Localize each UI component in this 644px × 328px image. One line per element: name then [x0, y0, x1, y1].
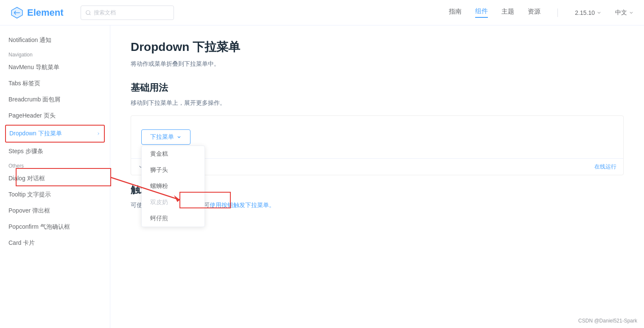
header-nav: 指南 组件 主题 资源 2.15.10 中文 — [449, 7, 634, 18]
dropdown-item-4: 双皮奶 — [142, 194, 204, 210]
nav-item-guide[interactable]: 指南 — [449, 8, 462, 17]
search-box[interactable]: 搜索文档 — [81, 6, 174, 20]
version-chevron-icon — [596, 10, 602, 15]
demo-content: 下拉菜单 黄金糕 狮子头 螺蛳粉 双皮奶 蚵仔煎 — [131, 116, 623, 158]
page-title: Dropdown 下拉菜单 — [131, 39, 624, 55]
layout: Notification 通知 Navigation NavMenu 导航菜单 … — [0, 25, 644, 328]
sidebar-item-card[interactable]: Card 卡片 — [0, 235, 110, 251]
logo-icon — [10, 6, 24, 20]
sidebar-item-popover[interactable]: Popover 弹出框 — [0, 203, 110, 219]
annotation-arrow — [131, 116, 623, 158]
logo[interactable]: Element — [10, 6, 64, 20]
sidebar-item-tooltip[interactable]: Tooltip 文字提示 — [0, 187, 110, 203]
sidebar-item-navmenu[interactable]: NavMenu 导航菜单 — [0, 59, 110, 76]
sidebar-item-pageheader[interactable]: PageHeader 页头 — [0, 108, 110, 124]
sidebar-item-notification[interactable]: Notification 通知 — [0, 32, 110, 48]
nav-item-theme[interactable]: 主题 — [501, 8, 514, 17]
svg-point-0 — [86, 10, 90, 14]
dropdown-item-5[interactable]: 蚵仔煎 — [142, 210, 204, 227]
dropdown-chevron-icon — [176, 135, 182, 140]
demo-footer: 显示代码 在线运行 — [131, 158, 623, 175]
main-content: Dropdown 下拉菜单 将动作或菜单折叠到下拉菜单中。 基础用法 移动到下拉… — [110, 25, 644, 328]
search-placeholder: 搜索文档 — [94, 9, 116, 17]
sidebar: Notification 通知 Navigation NavMenu 导航菜单 … — [0, 25, 110, 328]
dropdown-trigger-button[interactable]: 下拉菜单 — [141, 129, 190, 145]
sidebar-item-dropdown[interactable]: Dropdown 下拉菜单 — [5, 125, 105, 143]
section1-desc: 移动到下拉菜单上，展开更多操作。 — [131, 99, 624, 107]
demo-box-basic: 下拉菜单 黄金糕 狮子头 螺蛳粉 双皮奶 蚵仔煎 — [131, 115, 624, 175]
sidebar-section-navigation: Navigation — [0, 48, 110, 59]
dropdown-item-3[interactable]: 螺蛳粉 — [142, 178, 204, 194]
dropdown-item-1[interactable]: 黄金糕 — [142, 146, 204, 162]
page-desc: 将动作或菜单折叠到下拉菜单中。 — [131, 60, 624, 68]
logo-text: Element — [27, 7, 64, 18]
nav-item-resources[interactable]: 资源 — [528, 8, 540, 17]
sidebar-section-others: Others — [0, 160, 110, 171]
sidebar-item-tabs[interactable]: Tabs 标签页 — [0, 76, 110, 92]
header: Element 搜索文档 指南 组件 主题 资源 2.15.10 中文 — [0, 0, 644, 25]
sidebar-item-breadcrumb[interactable]: Breadcrumb 面包屑 — [0, 92, 110, 108]
dropdown-wrapper: 下拉菜单 黄金糕 狮子头 螺蛳粉 双皮奶 蚵仔煎 — [141, 129, 190, 145]
sidebar-item-dropdown-arrow — [96, 132, 101, 136]
section1-title: 基础用法 — [131, 81, 624, 94]
sidebar-item-steps[interactable]: Steps 步骤条 — [0, 143, 110, 160]
dropdown-menu: 黄金糕 狮子头 螺蛳粉 双皮奶 蚵仔煎 — [141, 146, 205, 227]
sidebar-item-dialog[interactable]: Dialog 对话框 — [0, 171, 110, 187]
csdn-watermark: CSDN @Daniel521-Spark — [578, 318, 637, 324]
dropdown-item-2[interactable]: 狮子头 — [142, 162, 204, 178]
lang-chevron-icon — [629, 10, 634, 15]
search-icon — [85, 10, 91, 16]
version-selector[interactable]: 2.15.10 — [575, 9, 602, 16]
sidebar-item-popconfirm[interactable]: Popconfirm 气泡确认框 — [0, 219, 110, 235]
language-selector[interactable]: 中文 — [615, 9, 634, 17]
nav-item-components[interactable]: 组件 — [475, 7, 488, 18]
run-online-button[interactable]: 在线运行 — [594, 163, 616, 171]
nav-divider — [557, 8, 558, 17]
section2-link[interactable]: 使用按钮触发下拉菜单。 — [210, 202, 275, 208]
